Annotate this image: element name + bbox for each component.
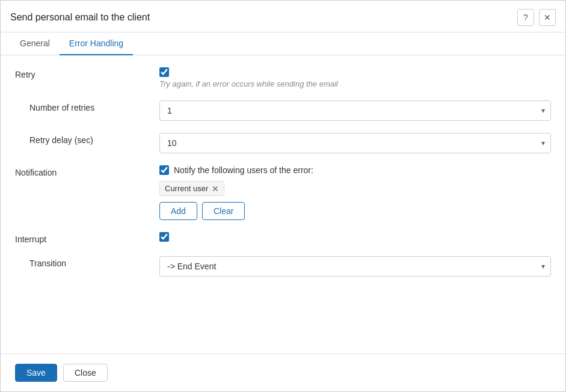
help-icon: ? [523,13,528,22]
user-tag-remove-icon[interactable]: ✕ [212,185,219,193]
retry-row: Retry Try again, if an error occurs whil… [15,67,551,88]
retry-delay-row: Retry delay (sec) 5 10 15 30 60 ▾ [15,133,551,153]
tab-error-handling[interactable]: Error Handling [60,32,133,55]
transition-label: Transition [15,256,159,268]
notification-checkbox-row: Notify the following users of the error: [159,165,551,175]
interrupt-checkbox[interactable] [159,232,169,242]
clear-button[interactable]: Clear [202,202,245,220]
user-tag-label: Current user [165,184,208,193]
notification-row: Notification Notify the following users … [15,165,551,220]
number-of-retries-control: 1 2 3 5 10 ▾ [159,100,551,121]
retry-delay-select[interactable]: 5 10 15 30 60 [159,133,551,153]
close-button[interactable]: Close [63,364,108,382]
user-tag: Current user ✕ [159,181,224,196]
dialog-title: Send personal email to the client [10,12,150,23]
retry-checkbox[interactable] [159,67,169,77]
retry-delay-label: Retry delay (sec) [15,133,159,145]
number-of-retries-label: Number of retries [15,100,159,112]
interrupt-label: Interrupt [15,232,159,244]
header-actions: ? ✕ [517,9,556,26]
save-button[interactable]: Save [15,364,57,382]
interrupt-row: Interrupt [15,232,551,244]
transition-select[interactable]: -> End Event -> Other Event [159,256,551,277]
number-of-retries-row: Number of retries 1 2 3 5 10 ▾ [15,100,551,121]
tab-content: Retry Try again, if an error occurs whil… [1,55,565,354]
interrupt-checkbox-row [159,232,551,242]
notification-control: Notify the following users of the error:… [159,165,551,220]
retry-delay-control: 5 10 15 30 60 ▾ [159,133,551,153]
notification-button-row: Add Clear [159,202,551,220]
retry-delay-select-wrapper: 5 10 15 30 60 ▾ [159,133,551,153]
retry-checkbox-row [159,67,551,77]
close-icon-button[interactable]: ✕ [539,9,556,26]
dialog-footer: Save Close [1,354,565,391]
transition-row: Transition -> End Event -> Other Event ▾ [15,256,551,277]
user-tags-container: Current user ✕ [159,181,551,196]
retry-control: Try again, if an error occurs while send… [159,67,551,88]
help-button[interactable]: ? [517,9,534,26]
notify-label: Notify the following users of the error: [174,165,313,175]
interrupt-control [159,232,551,242]
retry-label: Retry [15,67,159,79]
transition-select-wrapper: -> End Event -> Other Event ▾ [159,256,551,277]
retry-hint: Try again, if an error occurs while send… [159,79,551,88]
dialog: Send personal email to the client ? ✕ Ge… [0,0,566,392]
notification-checkbox[interactable] [159,165,169,175]
close-icon: ✕ [544,13,551,22]
tab-general[interactable]: General [10,32,60,55]
dialog-header: Send personal email to the client ? ✕ [1,1,565,32]
transition-control: -> End Event -> Other Event ▾ [159,256,551,277]
add-button[interactable]: Add [159,202,197,220]
number-of-retries-select-wrapper: 1 2 3 5 10 ▾ [159,100,551,121]
number-of-retries-select[interactable]: 1 2 3 5 10 [159,100,551,121]
tabs-container: General Error Handling [1,32,565,55]
notification-label: Notification [15,165,159,177]
notification-inner: Notify the following users of the error:… [159,165,551,220]
